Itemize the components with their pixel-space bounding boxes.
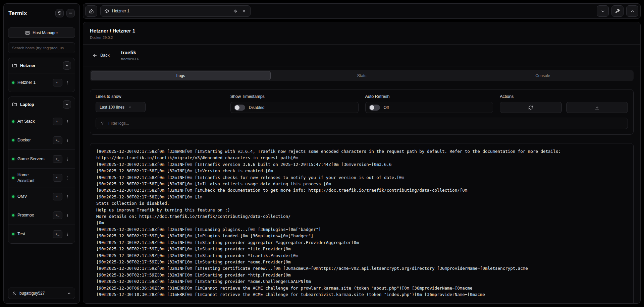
host-label: Test: [17, 231, 46, 237]
chevron-down-icon: [65, 64, 69, 68]
auto-refresh-state: Off: [384, 105, 389, 110]
group-collapse-button[interactable]: [63, 61, 71, 70]
host-menu-button[interactable]: [64, 230, 71, 238]
open-terminal-button[interactable]: >_: [53, 79, 62, 86]
group-label: Laptop: [20, 102, 34, 107]
lines-select-value: Last 100 lines: [100, 105, 124, 110]
open-terminal-button[interactable]: >_: [53, 174, 62, 182]
group-collapse-button[interactable]: [63, 100, 71, 109]
host-item-docker[interactable]: Docker >_: [8, 131, 75, 149]
chevron-up-icon: [67, 291, 71, 295]
auto-refresh-control: Auto Refresh Off: [365, 94, 493, 113]
host-menu-button[interactable]: [64, 211, 71, 219]
home-icon: [89, 9, 94, 14]
log-line: [90m2025-12-30T02:17:58Z[0m [32mINF[0m […: [96, 181, 627, 187]
sidebar: Termix Host Manager Hetzner: [3, 3, 80, 304]
status-online-dot: [12, 195, 14, 198]
user-menu-button[interactable]: bugattiguy527: [8, 288, 75, 299]
docker-version: Docker 29.0.2: [90, 36, 634, 40]
scroll-up-button[interactable]: [626, 5, 638, 17]
filter-logs-input[interactable]: [108, 121, 623, 126]
host-actions: >_: [53, 174, 71, 182]
host-actions: >_: [53, 118, 71, 125]
log-line: [90m2025-12-30T02:17:59Z[0m [32mINF[0m […: [96, 239, 627, 246]
chevron-down-icon: [65, 103, 69, 107]
log-line: [90m2025-12-30T02:17:59Z[0m [32mINF[0m […: [96, 252, 627, 259]
folder-icon: [12, 63, 17, 68]
log-line: [90m2025-12-30T02:17:59Z[0m [32mINF[0m […: [96, 265, 627, 271]
kebab-icon: [66, 232, 70, 237]
kebab-icon: [66, 80, 70, 85]
refresh-hosts-button[interactable]: [55, 9, 64, 17]
open-terminal-button[interactable]: >_: [53, 230, 62, 238]
home-button[interactable]: [85, 5, 97, 17]
host-menu-button[interactable]: [64, 174, 71, 182]
refresh-icon: [528, 105, 533, 110]
log-line: [90m2025-12-30T02:17:58Z[0m [32mINF[0m […: [96, 226, 627, 233]
log-line: [90m2025-12-30T10:30:28Z[0m [31mERR[0m […: [96, 291, 627, 298]
open-terminal-button[interactable]: >_: [53, 211, 62, 219]
container-meta: traefik traefik:v3.6: [121, 50, 139, 61]
container-icon: [104, 9, 109, 13]
sidebar-footer: bugattiguy527: [4, 283, 79, 303]
tab-console[interactable]: Console: [453, 71, 633, 80]
container-image: traefik:v3.6: [121, 57, 139, 61]
host-item-omv[interactable]: OMV >_: [8, 187, 75, 206]
server-icon: [25, 30, 30, 35]
download-logs-button[interactable]: [566, 102, 628, 113]
host-group-header[interactable]: Laptop: [8, 97, 75, 112]
open-terminal-button[interactable]: >_: [53, 136, 62, 144]
sidebar-groups: Hetzner Hetzner 1 >_ Laptop Arr Stack >_: [8, 58, 75, 279]
split-view-button[interactable]: [232, 8, 238, 14]
tab-logs[interactable]: Logs: [91, 71, 271, 80]
log-line: More details on: https://doc.traefik.io/…: [96, 213, 627, 220]
host-menu-button[interactable]: [64, 193, 71, 200]
log-line: [90m2025-12-30T02:17:58Z[0m [33mWRN[0m […: [96, 148, 627, 161]
auto-refresh-toggle[interactable]: [369, 105, 380, 111]
folder-icon: [12, 102, 17, 107]
open-terminal-button[interactable]: >_: [53, 155, 62, 163]
chevron-down-icon: [128, 105, 132, 109]
open-terminal-button[interactable]: >_: [53, 118, 62, 125]
host-menu-button[interactable]: [64, 155, 71, 163]
host-item-arr-stack[interactable]: Arr Stack >_: [8, 112, 75, 131]
refresh-icon: [57, 11, 62, 16]
host-menu-button[interactable]: [64, 118, 71, 125]
host-item-game-servers[interactable]: Game Servers >_: [8, 149, 75, 168]
close-tab-button[interactable]: [241, 8, 247, 14]
sidebar-menu-button[interactable]: [66, 9, 75, 17]
log-line: [90m2025-12-30T02:17:59Z[0m [32mINF[0m […: [96, 233, 627, 239]
host-menu-button[interactable]: [64, 79, 71, 86]
scroll-down-button[interactable]: [597, 5, 609, 17]
host-item-home-assistant[interactable]: Home Assistant >_: [8, 168, 75, 187]
refresh-logs-button[interactable]: [500, 102, 561, 113]
sidebar-header-actions: [55, 9, 75, 17]
session-tab[interactable]: Hetzner 1: [100, 5, 251, 17]
host-actions: >_: [53, 136, 71, 144]
timestamps-state: Disabled: [249, 105, 265, 110]
log-line: [90m2025-12-30T02:17:58Z[0m [32mINF[0m […: [96, 187, 627, 193]
host-group-header[interactable]: Hetzner: [8, 58, 75, 73]
host-item-proxmox[interactable]: Proxmox >_: [8, 206, 75, 225]
group-label: Hetzner: [20, 63, 36, 68]
timestamps-control: Show Timestamps Disabled: [230, 94, 359, 113]
host-label: Hetzner 1: [17, 80, 46, 85]
view-tabs: LogsStatsConsole: [90, 70, 634, 81]
host-item-hetzner-1[interactable]: Hetzner 1 >_: [8, 73, 75, 92]
status-online-dot: [12, 177, 14, 179]
host-menu-button[interactable]: [64, 136, 71, 144]
filter-icon: [100, 121, 105, 126]
host-manager-label: Host Manager: [33, 30, 58, 35]
host-manager-button[interactable]: Host Manager: [8, 27, 75, 38]
lines-select[interactable]: Last 100 lines: [96, 102, 146, 112]
timestamps-toggle[interactable]: [234, 105, 245, 111]
host-item-test[interactable]: Test >_: [8, 225, 75, 243]
open-terminal-button[interactable]: >_: [53, 193, 62, 200]
back-button[interactable]: Back: [90, 51, 112, 60]
log-line: [90m2025-12-30T02:17:59Z[0m [32mINF[0m […: [96, 278, 627, 285]
log-output[interactable]: [90m2025-12-30T02:17:58Z[0m [33mWRN[0m […: [90, 143, 634, 303]
tab-stats[interactable]: Stats: [272, 71, 452, 80]
host-label: Game Servers: [17, 156, 46, 162]
tools-button[interactable]: [611, 5, 624, 17]
search-hosts-input[interactable]: [8, 42, 75, 53]
